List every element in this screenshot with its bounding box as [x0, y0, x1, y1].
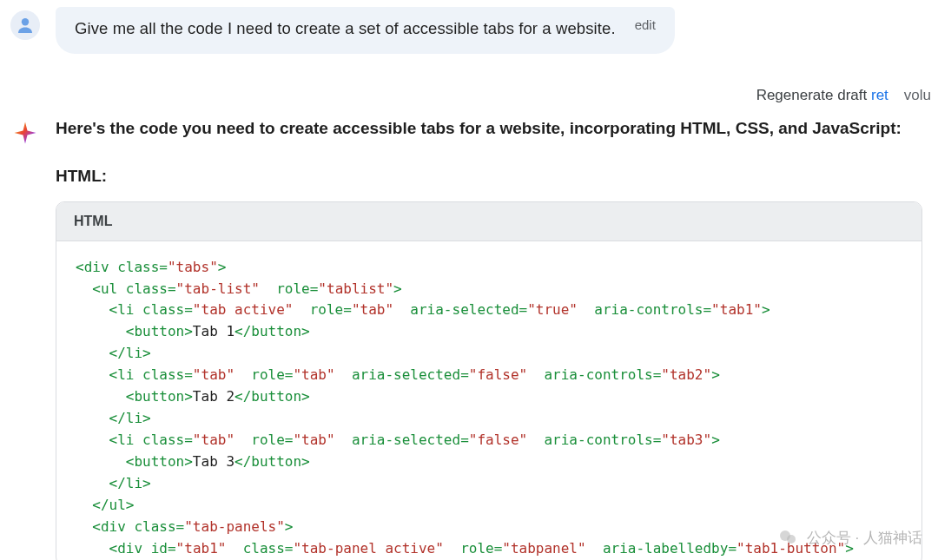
edit-button[interactable]: edit	[635, 17, 656, 32]
ai-content: Here's the code you need to create acces…	[56, 116, 928, 560]
user-avatar	[10, 10, 40, 40]
ai-intro-text: Here's the code you need to create acces…	[56, 116, 922, 141]
person-icon	[15, 15, 36, 36]
user-prompt-text: Give me all the code I need to create a …	[75, 19, 616, 38]
user-message-bubble: Give me all the code I need to create a …	[56, 7, 675, 54]
regenerate-suffix: ret	[871, 87, 888, 103]
regenerate-toolbar: Regenerate draft ret volu	[0, 54, 938, 104]
html-section-heading: HTML:	[56, 167, 922, 186]
regenerate-draft-button[interactable]: Regenerate draft ret	[756, 87, 888, 104]
ai-avatar	[10, 118, 40, 148]
user-message-row: Give me all the code I need to create a …	[0, 0, 938, 54]
ai-response-row: Here's the code you need to create acces…	[0, 104, 938, 560]
code-block-header: HTML	[56, 202, 921, 241]
volume-fragment: volu	[904, 87, 931, 104]
regenerate-label: Regenerate draft	[756, 87, 868, 103]
sparkle-icon	[12, 120, 38, 146]
svg-point-0	[22, 18, 29, 25]
code-block-body[interactable]: <div class="tabs"> <ul class="tab-list" …	[56, 241, 921, 560]
code-block: HTML <div class="tabs"> <ul class="tab-l…	[56, 201, 922, 560]
